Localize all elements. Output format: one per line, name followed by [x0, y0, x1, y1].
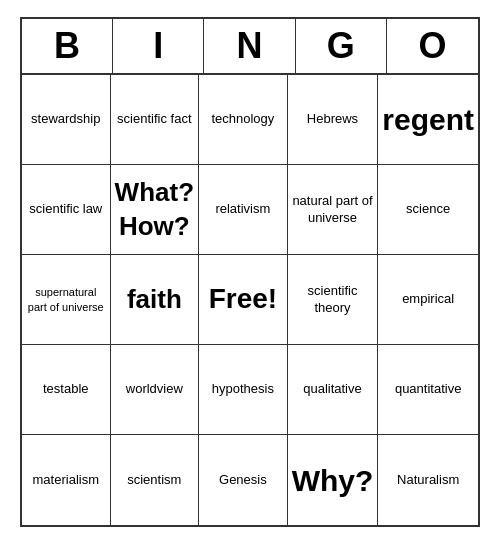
header-letter: N [204, 19, 295, 73]
bingo-cell: natural part of universe [288, 165, 379, 255]
bingo-card: BINGO stewardshipscientific facttechnolo… [20, 17, 480, 527]
bingo-cell: worldview [111, 345, 200, 435]
bingo-cell: Naturalism [378, 435, 478, 525]
header-letter: B [22, 19, 113, 73]
bingo-cell: testable [22, 345, 111, 435]
header-letter: I [113, 19, 204, 73]
bingo-cell: Free! [199, 255, 288, 345]
bingo-cell: materialism [22, 435, 111, 525]
bingo-cell: What? How? [111, 165, 200, 255]
bingo-cell: faith [111, 255, 200, 345]
bingo-cell: scientism [111, 435, 200, 525]
bingo-cell: Genesis [199, 435, 288, 525]
bingo-cell: scientific law [22, 165, 111, 255]
bingo-grid: stewardshipscientific facttechnologyHebr… [22, 75, 478, 525]
bingo-cell: scientific theory [288, 255, 379, 345]
bingo-cell: hypothesis [199, 345, 288, 435]
bingo-cell: Hebrews [288, 75, 379, 165]
bingo-cell: Why? [288, 435, 379, 525]
bingo-cell: relativism [199, 165, 288, 255]
header-letter: G [296, 19, 387, 73]
header-letter: O [387, 19, 478, 73]
bingo-cell: quantitative [378, 345, 478, 435]
bingo-cell: scientific fact [111, 75, 200, 165]
bingo-cell: stewardship [22, 75, 111, 165]
bingo-cell: supernatural part of universe [22, 255, 111, 345]
bingo-cell: science [378, 165, 478, 255]
bingo-cell: technology [199, 75, 288, 165]
bingo-header: BINGO [22, 19, 478, 75]
bingo-cell: empirical [378, 255, 478, 345]
bingo-cell: qualitative [288, 345, 379, 435]
bingo-cell: regent [378, 75, 478, 165]
